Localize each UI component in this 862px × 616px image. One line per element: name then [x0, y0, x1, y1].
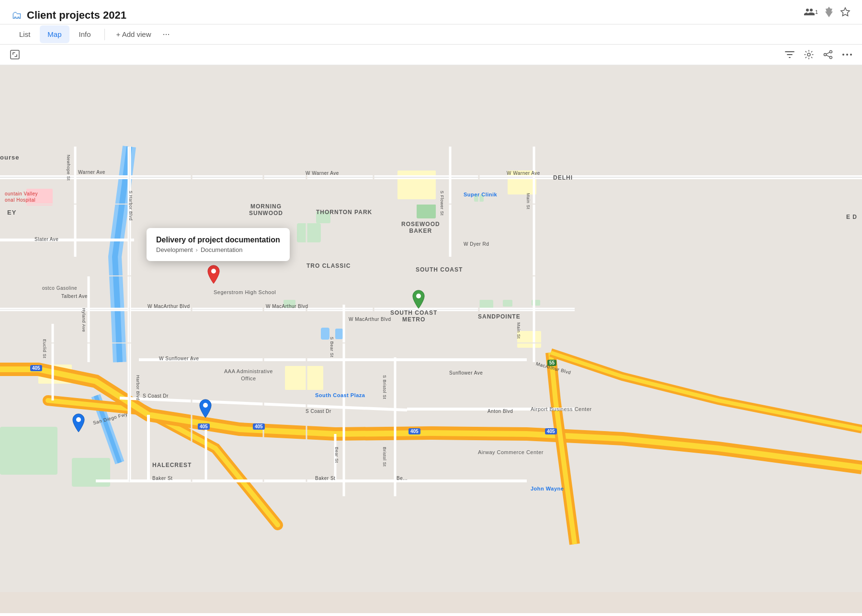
filter-button[interactable]: [784, 49, 795, 60]
svg-rect-23: [26, 189, 53, 205]
area-label-south-coast: SOUTH COAST: [416, 266, 463, 273]
map-popup[interactable]: Delivery of project documentation Develo…: [147, 228, 290, 261]
marker-red[interactable]: [206, 264, 221, 286]
folder-icon: 🗂: [11, 9, 22, 22]
svg-rect-16: [321, 328, 329, 340]
share-button[interactable]: [823, 49, 833, 60]
map-toolbar: [0, 45, 862, 65]
users-button[interactable]: 1: [804, 8, 818, 16]
area-label-halecrest: HALECREST: [152, 462, 192, 468]
tab-list[interactable]: List: [11, 25, 38, 43]
road-label-hyland: Hyland Ave: [81, 308, 86, 332]
settings-button[interactable]: [804, 49, 814, 60]
road-label-w-warner-ave-1: W Warner Ave: [306, 171, 339, 176]
area-label-thornton-park: THORNTON PARK: [316, 209, 372, 216]
area-label-delhi: DELHI: [553, 174, 573, 181]
users-count: 1: [815, 9, 818, 15]
area-label-ey: EY: [7, 209, 16, 216]
svg-rect-25: [38, 365, 72, 384]
svg-rect-17: [335, 329, 343, 339]
area-label-sandpointe: SANDPOINTE: [478, 313, 521, 320]
road-label-san-diego-fwy: San Diego Fwy: [92, 411, 128, 426]
expand-button[interactable]: [10, 49, 20, 60]
toolbar-left: [10, 49, 20, 60]
area-label-tro-classic: TRO CLASSIC: [306, 262, 351, 269]
road-label-bristol-2: Bristol St: [382, 447, 387, 467]
svg-point-5: [842, 54, 844, 56]
road-label-anton: Anton Blvd: [488, 409, 513, 414]
popup-chevron-icon: ›: [196, 246, 198, 253]
svg-rect-21: [397, 171, 436, 199]
map-more-button[interactable]: [842, 53, 852, 56]
road-label-s-bear-1: S Bear St: [329, 337, 334, 357]
label-airway: Airway Commerce Center: [478, 449, 544, 455]
road-label-w-macarthur-2: W MacArthur Blvd: [266, 304, 308, 309]
svg-point-7: [850, 54, 852, 56]
header-right: 1: [804, 7, 851, 24]
nav-tabs: List Map Info + Add view ···: [0, 24, 862, 45]
svg-rect-19: [72, 458, 110, 487]
add-view-button[interactable]: + Add view: [111, 25, 157, 43]
marker-blue-2[interactable]: [71, 413, 86, 435]
svg-point-1: [807, 53, 810, 56]
map-container[interactable]: MORNINGSUNWOOD THORNTON PARK ROSEWOODBAK…: [0, 65, 862, 613]
svg-point-54: [416, 294, 421, 298]
svg-rect-13: [479, 300, 493, 309]
road-label-warner-ave-1: Warner Ave: [78, 170, 105, 175]
svg-rect-18: [0, 427, 57, 475]
svg-rect-0: [11, 50, 19, 59]
label-costco: ostco Gasoline: [42, 285, 77, 291]
shield-405-2: 405: [198, 423, 210, 430]
area-label-rosewood-baker: ROSEWOODBAKER: [401, 221, 440, 234]
label-aaa: AAA AdministrativeOffice: [224, 368, 273, 383]
tabs-more-button[interactable]: ···: [159, 24, 174, 44]
svg-point-2: [830, 51, 832, 53]
marker-blue-1[interactable]: [198, 399, 213, 421]
road-label-w-warner-ave-2: W Warner Ave: [507, 171, 540, 176]
tab-info[interactable]: Info: [71, 25, 99, 43]
shield-405-3: 405: [253, 423, 265, 430]
star-button[interactable]: [840, 7, 851, 17]
svg-point-6: [846, 54, 848, 56]
pin-button[interactable]: [825, 7, 833, 17]
svg-rect-20: [532, 300, 540, 306]
svg-rect-26: [517, 331, 541, 348]
project-title: Client projects 2021: [27, 9, 126, 22]
road-label-s-bristol-1: S Bristol St: [382, 375, 387, 399]
svg-rect-10: [316, 211, 330, 223]
road-label-baker-1: Baker St: [152, 476, 172, 481]
road-label-w-macarthur-1: W MacArthur Blvd: [147, 304, 190, 309]
label-airport-biz: Airport Business Center: [531, 406, 592, 412]
svg-point-3: [824, 54, 827, 56]
tab-map[interactable]: Map: [40, 25, 69, 43]
road-label-s-coast-dr-2: S Coast Dr: [306, 409, 331, 414]
road-label-w-macarthur-3: W MacArthur Blvd: [349, 317, 391, 322]
svg-rect-11: [417, 204, 436, 218]
road-label-slater: Slater Ave: [34, 237, 58, 242]
svg-rect-24: [285, 366, 323, 390]
popup-breadcrumb: Development › Documentation: [156, 246, 280, 253]
svg-point-56: [76, 417, 81, 422]
svg-rect-9: [297, 223, 321, 242]
shield-405-5: 405: [545, 428, 557, 434]
road-label-w-dyer: W Dyer Rd: [464, 241, 489, 247]
road-label-main-1: Main St: [526, 193, 531, 209]
label-john-wayne: John Wayne: [531, 486, 564, 491]
area-label-ourse: ourse: [0, 154, 19, 161]
shield-405-4: 405: [408, 428, 420, 434]
label-hospital: ountain Valleyonal Hospital: [5, 191, 38, 203]
svg-rect-15: [503, 300, 512, 307]
marker-green[interactable]: [411, 289, 426, 311]
area-label-ed: E D: [846, 214, 857, 220]
svg-point-55: [203, 403, 208, 408]
road-label-s-coast-dr-1: S Coast Dr: [143, 393, 169, 399]
road-label-sunflower-ave: W Sunflower Ave: [159, 356, 199, 361]
road-label-sunflower: Sunflower Ave: [449, 370, 483, 376]
road-label-main-2: Main St: [516, 322, 521, 339]
label-segerstrom: Segerstrom High School: [214, 289, 276, 295]
label-south-coast-plaza: South Coast Plaza: [315, 392, 365, 398]
shield-405-1: 405: [30, 365, 42, 371]
svg-point-53: [211, 269, 216, 274]
svg-line-33: [120, 398, 407, 410]
popup-title: Delivery of project documentation: [156, 236, 280, 244]
